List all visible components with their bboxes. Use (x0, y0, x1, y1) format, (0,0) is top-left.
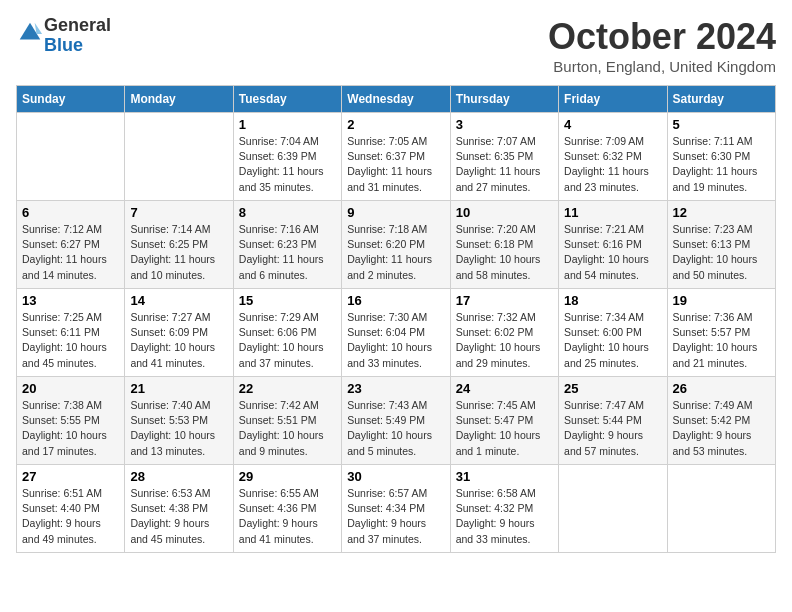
calendar-cell: 9Sunrise: 7:18 AM Sunset: 6:20 PM Daylig… (342, 201, 450, 289)
day-info: Sunrise: 7:11 AM Sunset: 6:30 PM Dayligh… (673, 134, 770, 195)
calendar-cell: 24Sunrise: 7:45 AM Sunset: 5:47 PM Dayli… (450, 377, 558, 465)
day-number: 10 (456, 205, 553, 220)
day-number: 8 (239, 205, 336, 220)
calendar-cell: 11Sunrise: 7:21 AM Sunset: 6:16 PM Dayli… (559, 201, 667, 289)
calendar-cell: 6Sunrise: 7:12 AM Sunset: 6:27 PM Daylig… (17, 201, 125, 289)
day-info: Sunrise: 7:07 AM Sunset: 6:35 PM Dayligh… (456, 134, 553, 195)
calendar-cell: 13Sunrise: 7:25 AM Sunset: 6:11 PM Dayli… (17, 289, 125, 377)
calendar-cell (17, 113, 125, 201)
day-header-friday: Friday (559, 86, 667, 113)
calendar-cell: 20Sunrise: 7:38 AM Sunset: 5:55 PM Dayli… (17, 377, 125, 465)
day-info: Sunrise: 7:34 AM Sunset: 6:00 PM Dayligh… (564, 310, 661, 371)
calendar-table: SundayMondayTuesdayWednesdayThursdayFrid… (16, 85, 776, 553)
day-header-saturday: Saturday (667, 86, 775, 113)
day-info: Sunrise: 7:32 AM Sunset: 6:02 PM Dayligh… (456, 310, 553, 371)
calendar-cell: 3Sunrise: 7:07 AM Sunset: 6:35 PM Daylig… (450, 113, 558, 201)
calendar-cell: 1Sunrise: 7:04 AM Sunset: 6:39 PM Daylig… (233, 113, 341, 201)
day-header-wednesday: Wednesday (342, 86, 450, 113)
day-info: Sunrise: 7:49 AM Sunset: 5:42 PM Dayligh… (673, 398, 770, 459)
day-number: 18 (564, 293, 661, 308)
calendar-cell: 5Sunrise: 7:11 AM Sunset: 6:30 PM Daylig… (667, 113, 775, 201)
page-header: General Blue October 2024 Burton, Englan… (16, 16, 776, 75)
calendar-week-5: 27Sunrise: 6:51 AM Sunset: 4:40 PM Dayli… (17, 465, 776, 553)
day-info: Sunrise: 7:27 AM Sunset: 6:09 PM Dayligh… (130, 310, 227, 371)
calendar-cell: 10Sunrise: 7:20 AM Sunset: 6:18 PM Dayli… (450, 201, 558, 289)
day-info: Sunrise: 7:05 AM Sunset: 6:37 PM Dayligh… (347, 134, 444, 195)
day-number: 9 (347, 205, 444, 220)
day-info: Sunrise: 7:42 AM Sunset: 5:51 PM Dayligh… (239, 398, 336, 459)
day-info: Sunrise: 7:43 AM Sunset: 5:49 PM Dayligh… (347, 398, 444, 459)
logo-text-line2: Blue (44, 36, 111, 56)
logo-text-line1: General (44, 16, 111, 36)
calendar-cell: 19Sunrise: 7:36 AM Sunset: 5:57 PM Dayli… (667, 289, 775, 377)
calendar-cell: 22Sunrise: 7:42 AM Sunset: 5:51 PM Dayli… (233, 377, 341, 465)
day-header-sunday: Sunday (17, 86, 125, 113)
calendar-cell (667, 465, 775, 553)
day-number: 17 (456, 293, 553, 308)
calendar-body: 1Sunrise: 7:04 AM Sunset: 6:39 PM Daylig… (17, 113, 776, 553)
day-number: 5 (673, 117, 770, 132)
day-info: Sunrise: 7:12 AM Sunset: 6:27 PM Dayligh… (22, 222, 119, 283)
day-info: Sunrise: 7:45 AM Sunset: 5:47 PM Dayligh… (456, 398, 553, 459)
day-number: 22 (239, 381, 336, 396)
day-info: Sunrise: 6:58 AM Sunset: 4:32 PM Dayligh… (456, 486, 553, 547)
day-info: Sunrise: 6:57 AM Sunset: 4:34 PM Dayligh… (347, 486, 444, 547)
calendar-week-3: 13Sunrise: 7:25 AM Sunset: 6:11 PM Dayli… (17, 289, 776, 377)
calendar-cell: 15Sunrise: 7:29 AM Sunset: 6:06 PM Dayli… (233, 289, 341, 377)
title-block: October 2024 Burton, England, United Kin… (548, 16, 776, 75)
calendar-week-4: 20Sunrise: 7:38 AM Sunset: 5:55 PM Dayli… (17, 377, 776, 465)
day-number: 26 (673, 381, 770, 396)
calendar-cell: 8Sunrise: 7:16 AM Sunset: 6:23 PM Daylig… (233, 201, 341, 289)
day-header-tuesday: Tuesday (233, 86, 341, 113)
day-info: Sunrise: 7:29 AM Sunset: 6:06 PM Dayligh… (239, 310, 336, 371)
day-info: Sunrise: 7:14 AM Sunset: 6:25 PM Dayligh… (130, 222, 227, 283)
day-info: Sunrise: 7:09 AM Sunset: 6:32 PM Dayligh… (564, 134, 661, 195)
day-header-thursday: Thursday (450, 86, 558, 113)
calendar-cell: 21Sunrise: 7:40 AM Sunset: 5:53 PM Dayli… (125, 377, 233, 465)
day-number: 31 (456, 469, 553, 484)
logo: General Blue (16, 16, 111, 56)
day-info: Sunrise: 7:30 AM Sunset: 6:04 PM Dayligh… (347, 310, 444, 371)
calendar-cell (559, 465, 667, 553)
day-info: Sunrise: 7:25 AM Sunset: 6:11 PM Dayligh… (22, 310, 119, 371)
day-number: 2 (347, 117, 444, 132)
day-number: 19 (673, 293, 770, 308)
calendar-cell: 31Sunrise: 6:58 AM Sunset: 4:32 PM Dayli… (450, 465, 558, 553)
day-number: 30 (347, 469, 444, 484)
day-info: Sunrise: 7:40 AM Sunset: 5:53 PM Dayligh… (130, 398, 227, 459)
day-info: Sunrise: 7:18 AM Sunset: 6:20 PM Dayligh… (347, 222, 444, 283)
day-number: 11 (564, 205, 661, 220)
day-number: 23 (347, 381, 444, 396)
month-title: October 2024 (548, 16, 776, 58)
calendar-cell: 28Sunrise: 6:53 AM Sunset: 4:38 PM Dayli… (125, 465, 233, 553)
day-number: 1 (239, 117, 336, 132)
day-info: Sunrise: 7:20 AM Sunset: 6:18 PM Dayligh… (456, 222, 553, 283)
calendar-cell: 18Sunrise: 7:34 AM Sunset: 6:00 PM Dayli… (559, 289, 667, 377)
logo-icon (16, 19, 44, 47)
calendar-cell (125, 113, 233, 201)
calendar-cell: 17Sunrise: 7:32 AM Sunset: 6:02 PM Dayli… (450, 289, 558, 377)
calendar-cell: 29Sunrise: 6:55 AM Sunset: 4:36 PM Dayli… (233, 465, 341, 553)
day-number: 7 (130, 205, 227, 220)
day-info: Sunrise: 7:36 AM Sunset: 5:57 PM Dayligh… (673, 310, 770, 371)
calendar-header-row: SundayMondayTuesdayWednesdayThursdayFrid… (17, 86, 776, 113)
day-number: 27 (22, 469, 119, 484)
day-info: Sunrise: 7:21 AM Sunset: 6:16 PM Dayligh… (564, 222, 661, 283)
calendar-cell: 7Sunrise: 7:14 AM Sunset: 6:25 PM Daylig… (125, 201, 233, 289)
day-number: 29 (239, 469, 336, 484)
day-info: Sunrise: 7:04 AM Sunset: 6:39 PM Dayligh… (239, 134, 336, 195)
calendar-cell: 23Sunrise: 7:43 AM Sunset: 5:49 PM Dayli… (342, 377, 450, 465)
day-number: 15 (239, 293, 336, 308)
day-number: 14 (130, 293, 227, 308)
day-info: Sunrise: 6:51 AM Sunset: 4:40 PM Dayligh… (22, 486, 119, 547)
day-info: Sunrise: 7:23 AM Sunset: 6:13 PM Dayligh… (673, 222, 770, 283)
day-number: 20 (22, 381, 119, 396)
day-number: 21 (130, 381, 227, 396)
day-number: 4 (564, 117, 661, 132)
calendar-cell: 14Sunrise: 7:27 AM Sunset: 6:09 PM Dayli… (125, 289, 233, 377)
day-info: Sunrise: 7:16 AM Sunset: 6:23 PM Dayligh… (239, 222, 336, 283)
calendar-cell: 27Sunrise: 6:51 AM Sunset: 4:40 PM Dayli… (17, 465, 125, 553)
day-number: 12 (673, 205, 770, 220)
location: Burton, England, United Kingdom (548, 58, 776, 75)
day-number: 6 (22, 205, 119, 220)
